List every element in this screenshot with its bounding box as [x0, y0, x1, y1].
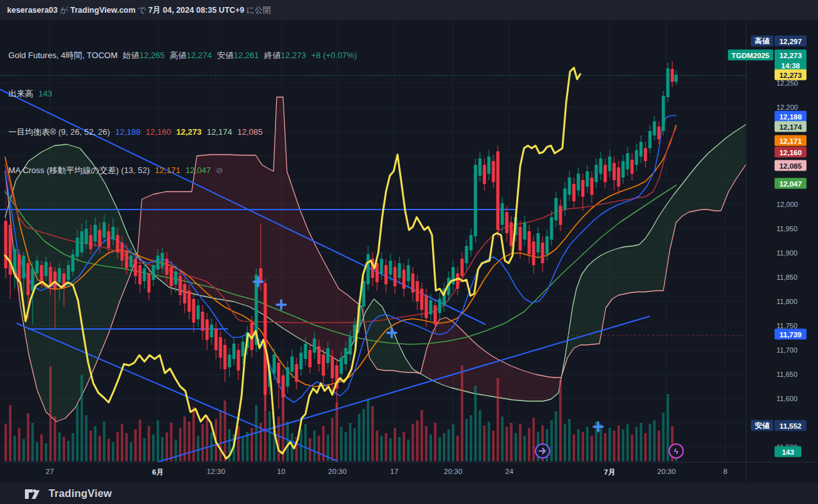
volume-bar: [644, 433, 647, 461]
candlestick: [103, 222, 106, 238]
high-value: 12,274: [187, 50, 212, 60]
candlestick: [130, 256, 133, 267]
volume-bar: [27, 413, 29, 461]
volume-bar: [139, 420, 141, 461]
senkou-a-badge: 12,174: [775, 121, 806, 132]
tradingview-logo-icon[interactable]: [24, 487, 42, 501]
volume-bar: [313, 431, 316, 461]
candlestick: [188, 291, 191, 312]
legend-symbol-row[interactable]: Gold Futures, 4時間, TOCOM始値12,265高値12,274…: [8, 49, 357, 62]
macross-params: (13, 52): [121, 165, 150, 175]
header-text: に公開: [244, 5, 270, 16]
candlestick: [201, 312, 204, 331]
time-tick-label: 17: [390, 468, 399, 475]
volume-bar: [54, 416, 56, 461]
volume-bar: [201, 424, 204, 461]
candlestick: [166, 259, 169, 275]
candlestick: [586, 171, 589, 187]
candlestick: [291, 356, 294, 372]
volume-bar: [36, 442, 38, 461]
candlestick: [242, 342, 245, 356]
legend: Gold Futures, 4時間, TOCOM始値12,265高値12,274…: [8, 24, 357, 190]
volume-bar: [376, 431, 378, 461]
volume-bar: [590, 436, 593, 461]
volume-bar: [188, 422, 190, 461]
volume-bar: [519, 424, 521, 461]
candlestick: [161, 253, 164, 267]
candlestick: [604, 165, 607, 182]
volume-bar: [242, 437, 244, 461]
disabled-icon: ⊘: [216, 165, 223, 175]
volume-label: 出来高: [8, 89, 33, 98]
candlestick: [300, 353, 303, 369]
candlestick: [264, 283, 267, 395]
candlestick: [380, 259, 383, 273]
site-link[interactable]: TradingView.com: [70, 6, 135, 15]
price-tick-label: 11,850: [776, 273, 798, 281]
volume-bar: [394, 428, 396, 461]
high-price-badge-label: 高値: [751, 36, 773, 47]
candlestick: [94, 225, 97, 241]
candlestick: [416, 281, 419, 302]
volume-bar: [434, 423, 436, 461]
volume-bar: [45, 443, 47, 461]
candlestick: [206, 319, 209, 340]
price-axis[interactable]: 12,25012,20012,00011,95011,90011,85011,8…: [746, 21, 818, 482]
volume-bar: [89, 431, 92, 461]
volume-bar: [604, 433, 606, 461]
candlestick: [327, 348, 330, 363]
candlestick: [98, 230, 102, 246]
volume-bar: [443, 433, 445, 461]
volume-bar: [362, 409, 365, 461]
candlestick: [394, 267, 397, 286]
candlestick: [505, 212, 509, 233]
candlestick: [277, 363, 281, 383]
volume-bar: [206, 415, 208, 461]
volume-bar: [510, 423, 513, 461]
volume-bar: [528, 428, 530, 461]
candlestick: [233, 344, 236, 359]
symbol-price-badge-value: 12,273: [775, 50, 806, 61]
high-price-badge: 高値12,297: [751, 36, 806, 47]
volume-bar: [116, 432, 119, 461]
legend-volume-row[interactable]: 出来高143: [8, 88, 357, 100]
ichimoku-cloud: [421, 317, 561, 401]
candlestick: [599, 158, 603, 174]
hline-price-badge: 11,739: [775, 329, 806, 340]
volume-bar: [456, 436, 459, 461]
volume-bar: [662, 413, 665, 461]
volume-value: 143: [38, 89, 52, 98]
candlestick: [89, 235, 93, 249]
candlestick: [488, 157, 491, 174]
candlestick: [421, 289, 424, 310]
volume-bar: [179, 428, 181, 461]
volume-bar: [626, 424, 629, 461]
lightning-glyph: ϟ: [674, 447, 679, 456]
volume-bar: [492, 431, 495, 461]
time-axis[interactable]: 276月12:301020:301720:30247月20:308: [0, 462, 818, 483]
legend-macross-row[interactable]: MA Cross (移動平均線の交差) (13, 52)12,17112,047…: [8, 164, 357, 177]
symbol-title: Gold Futures, 4時間, TOCOM: [8, 50, 118, 60]
footer: TradingView: [0, 482, 818, 504]
candlestick: [367, 254, 370, 284]
volume-bar: [389, 438, 392, 461]
time-tick-label: 24: [505, 468, 514, 475]
volume-bar: [304, 424, 307, 461]
volume-bar: [174, 439, 177, 461]
candlestick: [622, 161, 625, 178]
senkou-a-badge-value: 12,174: [775, 121, 806, 132]
low-value: 12,261: [234, 50, 259, 60]
candlestick: [559, 206, 562, 225]
brand-name[interactable]: TradingView: [49, 487, 112, 500]
volume-bar: [130, 442, 132, 461]
candlestick: [152, 265, 155, 280]
legend-ichimoku-row[interactable]: 一目均衡表® (9, 26, 52, 26)12,18812,16012,273…: [8, 126, 357, 139]
volume-bar: [9, 405, 12, 461]
candlestick: [282, 376, 285, 397]
candlestick: [649, 131, 652, 148]
volume-bar: [67, 441, 70, 461]
volume-bar: [40, 434, 43, 461]
candlestick: [474, 165, 477, 236]
volume-bar: [385, 433, 387, 461]
publish-header: keserasera03 が TradingView.com で 7月 04, …: [0, 0, 818, 21]
